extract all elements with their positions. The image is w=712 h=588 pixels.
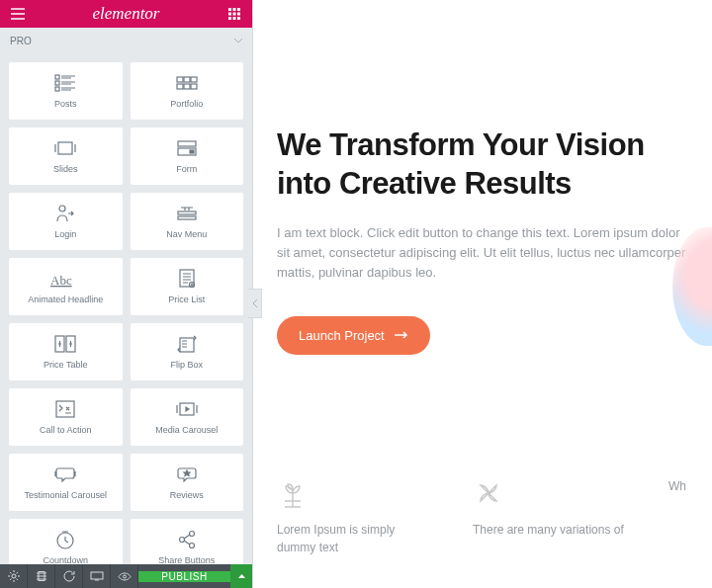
cta-label: Launch Project — [299, 328, 385, 343]
feature-3[interactable]: Wh — [668, 477, 688, 556]
menu-icon[interactable] — [8, 4, 28, 24]
widget-countdown[interactable]: Countdown — [8, 518, 124, 564]
widget-label: Nav Menu — [166, 230, 207, 240]
widget-navmenu[interactable]: Nav Menu — [130, 192, 245, 251]
widget-login[interactable]: Login — [8, 192, 124, 251]
widget-slides[interactable]: Slides — [8, 126, 124, 186]
grid-icon[interactable] — [224, 4, 244, 24]
testimonial-icon — [54, 463, 76, 485]
features-row: Lorem Ipsum is simply dummy text There a… — [277, 477, 688, 556]
slides-icon — [53, 137, 77, 159]
widget-form[interactable]: Form — [130, 126, 245, 186]
posts-icon — [54, 72, 76, 94]
plant-icon — [277, 477, 433, 509]
svg-point-36 — [189, 544, 194, 548]
widget-label: Media Carousel — [155, 426, 218, 436]
headline-icon: Abc — [50, 268, 80, 290]
widget-label: Price List — [168, 295, 205, 305]
widget-label: Form — [176, 165, 197, 175]
settings-icon[interactable] — [0, 564, 28, 588]
svg-rect-5 — [237, 13, 240, 16]
widget-pricetable[interactable]: Price Table — [8, 322, 124, 381]
widget-headline[interactable]: AbcAnimated Headline — [8, 257, 124, 316]
svg-rect-13 — [184, 77, 190, 82]
feature-1[interactable]: Lorem Ipsum is simply dummy text — [277, 477, 433, 556]
flipbox-icon — [177, 333, 197, 355]
elementor-logo: elementor — [93, 4, 160, 24]
responsive-icon[interactable] — [83, 564, 111, 588]
widget-posts[interactable]: Posts — [8, 61, 124, 121]
countdown-icon — [55, 529, 75, 550]
svg-rect-30 — [180, 338, 194, 352]
svg-rect-8 — [237, 17, 240, 20]
svg-rect-4 — [232, 13, 235, 16]
svg-rect-24 — [178, 216, 196, 219]
history-icon[interactable] — [55, 564, 83, 588]
svg-rect-39 — [91, 572, 103, 579]
widget-cta[interactable]: Call to Action — [8, 387, 124, 447]
feature-text: Lorem Ipsum is simply dummy text — [277, 521, 433, 556]
widget-label: Login — [54, 230, 76, 240]
widget-flipbox[interactable]: Flip Box — [130, 322, 245, 381]
hero-text[interactable]: I am text block. Click edit button to ch… — [277, 223, 688, 283]
widget-share[interactable]: Share Buttons — [130, 518, 245, 564]
widget-pricelist[interactable]: Price List — [130, 257, 245, 316]
widget-label: Slides — [53, 165, 78, 175]
panel-footer: PUBLISH — [0, 564, 252, 588]
feature-2[interactable]: There are many variations of — [473, 477, 629, 556]
svg-rect-11 — [55, 87, 59, 91]
svg-rect-9 — [55, 75, 59, 79]
svg-point-34 — [179, 538, 184, 543]
svg-point-35 — [189, 532, 194, 537]
form-icon — [177, 137, 197, 159]
hero-section: We Transform Your Vision into Creative R… — [277, 0, 688, 355]
svg-rect-12 — [177, 77, 183, 82]
widget-reviews[interactable]: Reviews — [130, 453, 245, 512]
svg-rect-3 — [228, 13, 231, 16]
widget-label: Testimonial Carousel — [24, 491, 107, 501]
svg-rect-18 — [58, 142, 72, 154]
widget-label: Price Table — [44, 361, 87, 371]
svg-point-22 — [59, 206, 65, 211]
widget-label: Reviews — [170, 491, 204, 501]
preview-icon[interactable] — [111, 564, 138, 588]
svg-rect-1 — [232, 8, 235, 11]
cta-button[interactable]: Launch Project — [277, 316, 430, 355]
publish-button[interactable]: PUBLISH — [138, 571, 230, 582]
svg-rect-6 — [228, 17, 231, 20]
preview-canvas[interactable]: We Transform Your Vision into Creative R… — [253, 0, 712, 588]
login-icon — [56, 203, 74, 224]
svg-rect-15 — [177, 84, 183, 89]
panel-header: elementor — [0, 0, 252, 28]
svg-rect-2 — [237, 8, 240, 11]
svg-rect-7 — [232, 17, 235, 20]
hero-title[interactable]: We Transform Your Vision into Creative R… — [277, 126, 688, 204]
svg-rect-19 — [178, 141, 196, 146]
widget-label: Animated Headline — [28, 295, 103, 305]
svg-point-40 — [123, 575, 126, 578]
mediacarousel-icon — [176, 398, 198, 420]
svg-rect-10 — [55, 81, 59, 85]
widget-label: Share Buttons — [158, 556, 215, 564]
widgets-scroll[interactable]: PostsPortfolioSlidesFormLoginNav MenuAbc… — [0, 53, 252, 564]
widget-testimonial[interactable]: Testimonial Carousel — [8, 453, 124, 512]
pricelist-icon — [178, 268, 196, 290]
widget-portfolio[interactable]: Portfolio — [130, 61, 245, 121]
svg-rect-31 — [56, 401, 74, 417]
widget-mediacarousel[interactable]: Media Carousel — [130, 387, 245, 447]
widget-label: Countdown — [43, 556, 88, 564]
svg-text:Abc: Abc — [50, 273, 72, 288]
navigator-icon[interactable] — [28, 564, 55, 588]
category-label: PRO — [10, 36, 32, 46]
publish-options[interactable] — [230, 564, 252, 588]
svg-rect-21 — [190, 150, 194, 153]
category-pro[interactable]: PRO — [0, 28, 252, 53]
svg-rect-16 — [184, 84, 190, 89]
chevron-down-icon — [234, 39, 242, 43]
widget-label: Posts — [54, 100, 77, 110]
elementor-panel: elementor PRO PostsPortfolioSlidesFormLo… — [0, 0, 253, 588]
widget-label: Flip Box — [170, 361, 203, 371]
arrow-right-icon — [395, 331, 408, 339]
widget-label: Portfolio — [170, 100, 203, 110]
navmenu-icon — [177, 203, 197, 224]
